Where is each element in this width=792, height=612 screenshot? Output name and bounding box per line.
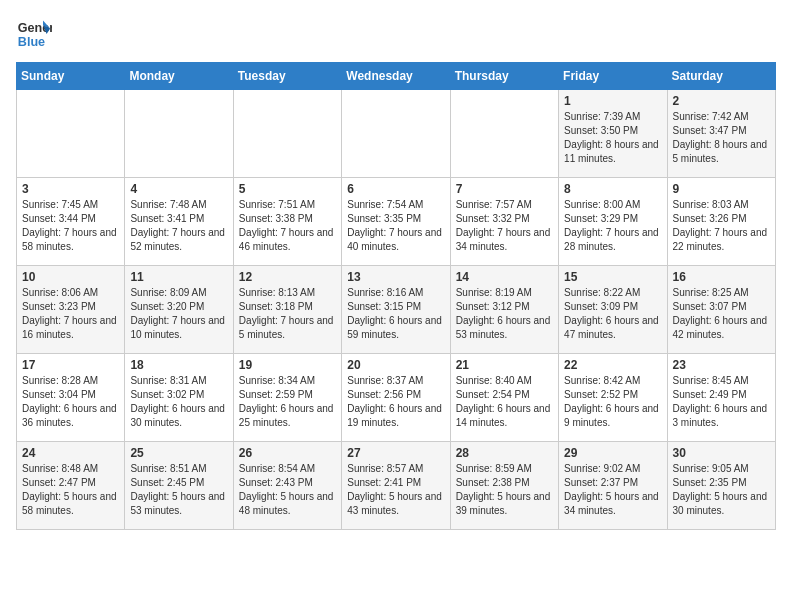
- day-number: 26: [239, 446, 336, 460]
- day-info: Sunrise: 8:22 AM Sunset: 3:09 PM Dayligh…: [564, 286, 661, 342]
- calendar-cell: 18Sunrise: 8:31 AM Sunset: 3:02 PM Dayli…: [125, 354, 233, 442]
- calendar-cell: 4Sunrise: 7:48 AM Sunset: 3:41 PM Daylig…: [125, 178, 233, 266]
- day-info: Sunrise: 8:25 AM Sunset: 3:07 PM Dayligh…: [673, 286, 770, 342]
- calendar-cell: 14Sunrise: 8:19 AM Sunset: 3:12 PM Dayli…: [450, 266, 558, 354]
- calendar-week-row: 24Sunrise: 8:48 AM Sunset: 2:47 PM Dayli…: [17, 442, 776, 530]
- calendar-cell: [17, 90, 125, 178]
- day-info: Sunrise: 7:45 AM Sunset: 3:44 PM Dayligh…: [22, 198, 119, 254]
- day-info: Sunrise: 8:13 AM Sunset: 3:18 PM Dayligh…: [239, 286, 336, 342]
- svg-text:Blue: Blue: [18, 35, 45, 49]
- calendar-cell: 15Sunrise: 8:22 AM Sunset: 3:09 PM Dayli…: [559, 266, 667, 354]
- day-number: 2: [673, 94, 770, 108]
- calendar-cell: 8Sunrise: 8:00 AM Sunset: 3:29 PM Daylig…: [559, 178, 667, 266]
- calendar-cell: 17Sunrise: 8:28 AM Sunset: 3:04 PM Dayli…: [17, 354, 125, 442]
- day-number: 25: [130, 446, 227, 460]
- calendar-cell: 2Sunrise: 7:42 AM Sunset: 3:47 PM Daylig…: [667, 90, 775, 178]
- calendar-cell: [342, 90, 450, 178]
- calendar-cell: 7Sunrise: 7:57 AM Sunset: 3:32 PM Daylig…: [450, 178, 558, 266]
- day-header-monday: Monday: [125, 63, 233, 90]
- day-header-thursday: Thursday: [450, 63, 558, 90]
- calendar-cell: 3Sunrise: 7:45 AM Sunset: 3:44 PM Daylig…: [17, 178, 125, 266]
- calendar-cell: 12Sunrise: 8:13 AM Sunset: 3:18 PM Dayli…: [233, 266, 341, 354]
- calendar-cell: 30Sunrise: 9:05 AM Sunset: 2:35 PM Dayli…: [667, 442, 775, 530]
- day-header-saturday: Saturday: [667, 63, 775, 90]
- day-info: Sunrise: 8:54 AM Sunset: 2:43 PM Dayligh…: [239, 462, 336, 518]
- day-number: 24: [22, 446, 119, 460]
- day-number: 23: [673, 358, 770, 372]
- day-number: 5: [239, 182, 336, 196]
- day-info: Sunrise: 8:51 AM Sunset: 2:45 PM Dayligh…: [130, 462, 227, 518]
- calendar-week-row: 10Sunrise: 8:06 AM Sunset: 3:23 PM Dayli…: [17, 266, 776, 354]
- day-info: Sunrise: 7:42 AM Sunset: 3:47 PM Dayligh…: [673, 110, 770, 166]
- day-number: 16: [673, 270, 770, 284]
- calendar-cell: 28Sunrise: 8:59 AM Sunset: 2:38 PM Dayli…: [450, 442, 558, 530]
- day-header-wednesday: Wednesday: [342, 63, 450, 90]
- day-number: 22: [564, 358, 661, 372]
- day-info: Sunrise: 8:19 AM Sunset: 3:12 PM Dayligh…: [456, 286, 553, 342]
- day-number: 20: [347, 358, 444, 372]
- logo: General Blue: [16, 16, 52, 52]
- calendar-cell: 20Sunrise: 8:37 AM Sunset: 2:56 PM Dayli…: [342, 354, 450, 442]
- day-info: Sunrise: 9:05 AM Sunset: 2:35 PM Dayligh…: [673, 462, 770, 518]
- calendar-week-row: 17Sunrise: 8:28 AM Sunset: 3:04 PM Dayli…: [17, 354, 776, 442]
- day-info: Sunrise: 7:57 AM Sunset: 3:32 PM Dayligh…: [456, 198, 553, 254]
- day-info: Sunrise: 7:54 AM Sunset: 3:35 PM Dayligh…: [347, 198, 444, 254]
- day-info: Sunrise: 8:42 AM Sunset: 2:52 PM Dayligh…: [564, 374, 661, 430]
- day-header-friday: Friday: [559, 63, 667, 90]
- logo-icon: General Blue: [16, 16, 52, 52]
- day-info: Sunrise: 8:57 AM Sunset: 2:41 PM Dayligh…: [347, 462, 444, 518]
- day-number: 4: [130, 182, 227, 196]
- day-number: 3: [22, 182, 119, 196]
- day-info: Sunrise: 7:39 AM Sunset: 3:50 PM Dayligh…: [564, 110, 661, 166]
- calendar-cell: 22Sunrise: 8:42 AM Sunset: 2:52 PM Dayli…: [559, 354, 667, 442]
- calendar-cell: 6Sunrise: 7:54 AM Sunset: 3:35 PM Daylig…: [342, 178, 450, 266]
- day-number: 11: [130, 270, 227, 284]
- calendar-cell: [125, 90, 233, 178]
- calendar-week-row: 3Sunrise: 7:45 AM Sunset: 3:44 PM Daylig…: [17, 178, 776, 266]
- day-info: Sunrise: 8:00 AM Sunset: 3:29 PM Dayligh…: [564, 198, 661, 254]
- day-info: Sunrise: 8:28 AM Sunset: 3:04 PM Dayligh…: [22, 374, 119, 430]
- day-number: 1: [564, 94, 661, 108]
- day-info: Sunrise: 8:03 AM Sunset: 3:26 PM Dayligh…: [673, 198, 770, 254]
- day-info: Sunrise: 9:02 AM Sunset: 2:37 PM Dayligh…: [564, 462, 661, 518]
- day-number: 7: [456, 182, 553, 196]
- calendar-cell: [233, 90, 341, 178]
- calendar-cell: 13Sunrise: 8:16 AM Sunset: 3:15 PM Dayli…: [342, 266, 450, 354]
- day-number: 30: [673, 446, 770, 460]
- day-number: 13: [347, 270, 444, 284]
- day-info: Sunrise: 8:06 AM Sunset: 3:23 PM Dayligh…: [22, 286, 119, 342]
- day-number: 8: [564, 182, 661, 196]
- calendar-cell: 26Sunrise: 8:54 AM Sunset: 2:43 PM Dayli…: [233, 442, 341, 530]
- day-info: Sunrise: 8:34 AM Sunset: 2:59 PM Dayligh…: [239, 374, 336, 430]
- day-number: 18: [130, 358, 227, 372]
- day-number: 6: [347, 182, 444, 196]
- calendar-cell: 21Sunrise: 8:40 AM Sunset: 2:54 PM Dayli…: [450, 354, 558, 442]
- calendar-cell: 27Sunrise: 8:57 AM Sunset: 2:41 PM Dayli…: [342, 442, 450, 530]
- calendar-cell: 24Sunrise: 8:48 AM Sunset: 2:47 PM Dayli…: [17, 442, 125, 530]
- day-info: Sunrise: 8:37 AM Sunset: 2:56 PM Dayligh…: [347, 374, 444, 430]
- calendar-cell: 9Sunrise: 8:03 AM Sunset: 3:26 PM Daylig…: [667, 178, 775, 266]
- calendar-cell: 19Sunrise: 8:34 AM Sunset: 2:59 PM Dayli…: [233, 354, 341, 442]
- calendar-cell: 25Sunrise: 8:51 AM Sunset: 2:45 PM Dayli…: [125, 442, 233, 530]
- calendar-cell: 1Sunrise: 7:39 AM Sunset: 3:50 PM Daylig…: [559, 90, 667, 178]
- day-number: 12: [239, 270, 336, 284]
- calendar-cell: 23Sunrise: 8:45 AM Sunset: 2:49 PM Dayli…: [667, 354, 775, 442]
- day-info: Sunrise: 8:16 AM Sunset: 3:15 PM Dayligh…: [347, 286, 444, 342]
- day-number: 27: [347, 446, 444, 460]
- calendar-table: SundayMondayTuesdayWednesdayThursdayFrid…: [16, 62, 776, 530]
- day-number: 28: [456, 446, 553, 460]
- day-number: 9: [673, 182, 770, 196]
- day-info: Sunrise: 8:59 AM Sunset: 2:38 PM Dayligh…: [456, 462, 553, 518]
- page-header: General Blue: [16, 16, 776, 52]
- day-number: 21: [456, 358, 553, 372]
- calendar-cell: 11Sunrise: 8:09 AM Sunset: 3:20 PM Dayli…: [125, 266, 233, 354]
- day-header-tuesday: Tuesday: [233, 63, 341, 90]
- calendar-cell: 5Sunrise: 7:51 AM Sunset: 3:38 PM Daylig…: [233, 178, 341, 266]
- day-info: Sunrise: 8:45 AM Sunset: 2:49 PM Dayligh…: [673, 374, 770, 430]
- day-info: Sunrise: 8:09 AM Sunset: 3:20 PM Dayligh…: [130, 286, 227, 342]
- calendar-week-row: 1Sunrise: 7:39 AM Sunset: 3:50 PM Daylig…: [17, 90, 776, 178]
- day-number: 14: [456, 270, 553, 284]
- day-info: Sunrise: 8:40 AM Sunset: 2:54 PM Dayligh…: [456, 374, 553, 430]
- calendar-cell: 16Sunrise: 8:25 AM Sunset: 3:07 PM Dayli…: [667, 266, 775, 354]
- calendar-cell: 29Sunrise: 9:02 AM Sunset: 2:37 PM Dayli…: [559, 442, 667, 530]
